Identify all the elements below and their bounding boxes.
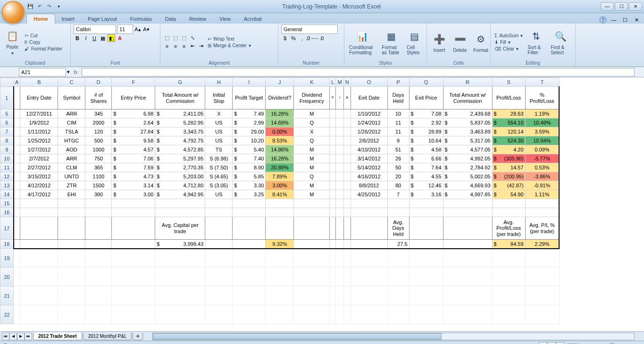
bold-button[interactable]: B [74, 34, 81, 42]
tab-nav-first[interactable]: ⏮ [2, 333, 9, 340]
maximize-button[interactable]: ☐ [615, 2, 628, 11]
close-button[interactable]: ✕ [629, 2, 642, 11]
format-cells-button[interactable]: ⚙Format [471, 31, 490, 54]
col-header[interactable]: J [266, 78, 294, 87]
help-icon[interactable]: ? [600, 17, 606, 23]
row-header[interactable]: 18 [0, 240, 14, 249]
minimize-button[interactable]: — [601, 2, 614, 11]
row-header[interactable]: 21 [0, 286, 14, 305]
fill-button[interactable]: ⬇Fill ▾ [493, 39, 524, 45]
inc-decimal-icon[interactable]: .0→ [307, 34, 314, 42]
insert-cells-button[interactable]: ➕Insert [430, 31, 449, 54]
border-icon[interactable]: ▦ [99, 34, 107, 42]
font-name-input[interactable] [74, 25, 116, 34]
col-header[interactable]: K [294, 78, 330, 87]
tab-view[interactable]: View [213, 14, 237, 24]
col-header[interactable]: C [58, 78, 85, 87]
col-header[interactable]: B [20, 78, 58, 87]
row-header[interactable]: 15 [0, 199, 14, 208]
align-bottom-icon[interactable]: ⬚ [180, 34, 188, 42]
dec-decimal-icon[interactable]: ←.0 [315, 34, 323, 42]
italic-button[interactable]: I [82, 34, 90, 42]
font-color-icon[interactable]: A [116, 34, 124, 42]
tab-nav-last[interactable]: ⏭ [25, 333, 32, 340]
indent-dec-icon[interactable]: ⇤ [189, 42, 196, 50]
col-header[interactable]: Q [409, 78, 443, 87]
close-workbook-icon[interactable]: ✕ [633, 16, 640, 24]
row-header[interactable]: 10 [0, 154, 14, 163]
align-top-icon[interactable]: ⬚ [163, 34, 171, 42]
qat-dropdown-icon[interactable]: ▾ [55, 3, 62, 10]
row-header[interactable]: 7 [0, 127, 14, 136]
row-header[interactable]: 1 [0, 87, 14, 109]
view-pagebreak-icon[interactable] [556, 342, 564, 344]
align-middle-icon[interactable]: ⬚ [172, 34, 179, 42]
percent-icon[interactable]: % [290, 34, 297, 42]
align-center-icon[interactable]: ≡ [172, 42, 179, 50]
copy-button[interactable]: ⎘Copy [24, 39, 63, 45]
row-header[interactable]: 6 [0, 118, 14, 127]
formula-input[interactable] [82, 68, 635, 76]
col-header[interactable]: H [205, 78, 233, 87]
align-right-icon[interactable]: ≡ [180, 42, 188, 50]
col-header[interactable]: A [14, 78, 20, 87]
view-layout-icon[interactable] [547, 342, 556, 344]
tab-review[interactable]: Review [183, 14, 213, 24]
comma-icon[interactable]: , [298, 34, 306, 42]
row-header[interactable]: 17 [0, 217, 14, 240]
cell-styles-button[interactable]: ▤Cell Styles [405, 28, 424, 56]
view-normal-icon[interactable] [539, 342, 547, 344]
col-header[interactable]: R [443, 78, 492, 87]
col-header[interactable]: N [343, 78, 351, 87]
col-header[interactable]: D [85, 78, 112, 87]
col-header[interactable] [0, 78, 14, 87]
minimize-ribbon-icon[interactable]: — [610, 16, 618, 24]
row-header[interactable]: 22 [0, 305, 14, 324]
wrap-text-button[interactable]: ↩Wrap Text [207, 36, 252, 42]
sort-filter-button[interactable]: ⇅Sort & Filter [526, 28, 547, 56]
row-header[interactable]: 20 [0, 268, 14, 286]
tab-insert[interactable]: Insert [55, 14, 82, 24]
row-header[interactable]: 19 [0, 249, 14, 268]
name-box[interactable]: A21 [19, 68, 66, 76]
restore-workbook-icon[interactable]: ☐ [621, 16, 629, 24]
row-header[interactable]: 9 [0, 145, 14, 154]
grow-font-icon[interactable]: A▴ [134, 25, 142, 33]
name-box-dropdown-icon[interactable]: ▾ [67, 69, 70, 75]
sheet-tab-active[interactable]: 2012 Trade Sheet [33, 333, 82, 340]
find-select-button[interactable]: 🔍Find & Select [549, 28, 572, 56]
redo-icon[interactable]: ↷ [45, 3, 53, 10]
clear-button[interactable]: ⌫Clear ▾ [493, 46, 524, 52]
orientation-icon[interactable]: ⤡ [189, 34, 196, 42]
font-size-input[interactable] [117, 25, 133, 34]
fill-color-icon[interactable]: ◧ [108, 34, 115, 42]
tab-data[interactable]: Data [159, 14, 183, 24]
horizontal-scrollbar[interactable] [152, 333, 635, 340]
row-header[interactable]: 14 [0, 190, 14, 199]
save-icon[interactable]: 💾 [26, 3, 34, 10]
shrink-font-icon[interactable]: A▾ [142, 25, 150, 33]
row-header[interactable]: 5 [0, 109, 14, 118]
office-button[interactable] [2, 1, 25, 24]
row-header[interactable]: 16 [0, 208, 14, 217]
currency-icon[interactable]: $ [281, 34, 289, 42]
col-header[interactable]: T [525, 78, 559, 87]
row-header[interactable]: 8 [0, 136, 14, 145]
col-header[interactable]: S [492, 78, 525, 87]
col-header[interactable]: L [330, 78, 336, 87]
paste-button[interactable]: 📋Paste▾ [3, 27, 22, 57]
fx-icon[interactable]: fx [74, 69, 78, 75]
worksheet-grid[interactable]: ABCDFGHIJKLMNOPQRST1 Entry DateSymbol# o… [0, 77, 644, 331]
col-header[interactable]: M [336, 78, 343, 87]
indent-inc-icon[interactable]: ⇥ [197, 42, 205, 50]
col-header[interactable]: P [387, 78, 409, 87]
col-header[interactable]: F [112, 78, 155, 87]
tab-acrobat[interactable]: Acrobat [237, 14, 268, 24]
tab-nav-next[interactable]: ▶ [17, 333, 25, 340]
col-header[interactable]: G [155, 78, 205, 87]
row-header[interactable]: 11 [0, 163, 14, 172]
tab-page-layout[interactable]: Page Layout [81, 14, 124, 24]
autosum-button[interactable]: ΣAutoSum ▾ [493, 33, 524, 39]
cut-button[interactable]: ✂Cut [24, 33, 63, 39]
tab-home[interactable]: Home [26, 14, 55, 24]
